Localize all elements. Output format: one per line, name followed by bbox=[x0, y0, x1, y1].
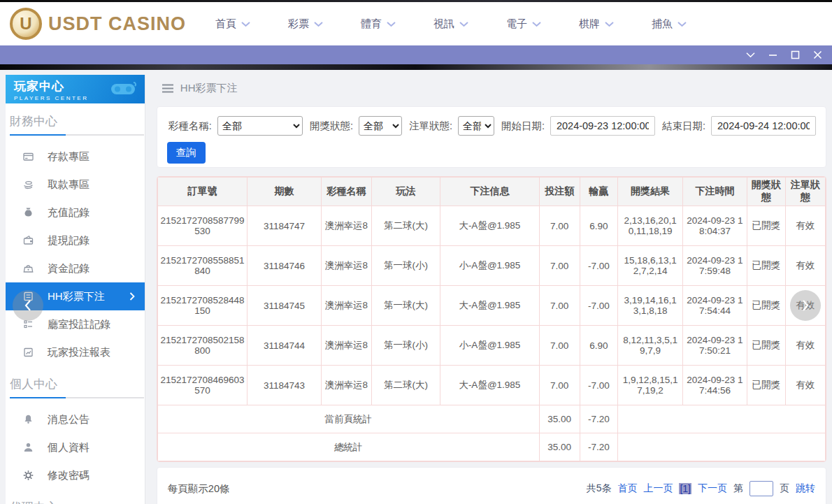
table-cell: 第一球(小) bbox=[371, 246, 440, 286]
prev-page-link[interactable]: 上一页 bbox=[643, 482, 673, 495]
minimize-button[interactable] bbox=[768, 50, 777, 59]
table-cell: 有效 bbox=[785, 246, 825, 286]
sidebar-item-announcements[interactable]: 消息公告 bbox=[6, 405, 145, 433]
summary-label: 總統計 bbox=[157, 433, 539, 461]
sidebar-item-label: 廳室投註記錄 bbox=[48, 318, 110, 331]
draw-status-select[interactable]: 全部 bbox=[359, 116, 402, 136]
nav-item-slots[interactable]: 電子 bbox=[506, 17, 541, 31]
sidebar-item-change-password[interactable]: 修改密碼 bbox=[6, 461, 145, 489]
total-count: 共5条 bbox=[587, 482, 612, 495]
grand-total-summary-row: 總統計 35.00 -7.20 bbox=[157, 433, 825, 461]
table-cell: 31184746 bbox=[248, 246, 321, 286]
table-cell: 已開獎 bbox=[747, 206, 785, 246]
collapse-chevron-icon[interactable] bbox=[746, 50, 755, 59]
lottery-name-select[interactable]: 全部 bbox=[217, 116, 303, 136]
table-cell: 6.90 bbox=[580, 326, 617, 366]
start-date-input[interactable] bbox=[550, 116, 655, 136]
table-cell: 已開獎 bbox=[747, 246, 785, 286]
sidebar-item-label: 個人資料 bbox=[48, 441, 89, 454]
maximize-button[interactable] bbox=[791, 50, 800, 59]
column-header: 下注信息 bbox=[440, 178, 539, 206]
first-page-link[interactable]: 首页 bbox=[617, 482, 637, 495]
sidebar-item-withdrawal-records[interactable]: 提現記錄 bbox=[6, 226, 145, 254]
table-cell: 第二球(大) bbox=[371, 366, 440, 405]
table-cell: 2024-09-23 17:54:44 bbox=[683, 286, 747, 326]
panel-expand-button[interactable] bbox=[790, 290, 821, 321]
table-cell: -7.00 bbox=[580, 366, 617, 405]
sidebar-item-funds-records[interactable]: 資金記錄 bbox=[6, 254, 145, 282]
table-cell: 2024-09-23 17:44:56 bbox=[683, 366, 747, 405]
end-date-input[interactable] bbox=[711, 116, 816, 136]
table-cell: 2024-09-23 17:59:48 bbox=[683, 246, 747, 286]
summary-winloss-total: -7.20 bbox=[580, 405, 617, 433]
table-cell: 31184743 bbox=[248, 366, 321, 405]
section-underline bbox=[10, 134, 144, 136]
table-cell: 澳洲幸运8 bbox=[321, 206, 371, 246]
sidebar-item-profile[interactable]: 個人資料 bbox=[6, 433, 145, 461]
summary-winloss-total: -7.20 bbox=[580, 433, 617, 461]
chevron-right-icon bbox=[129, 292, 135, 301]
table-cell: 第一球(小) bbox=[371, 326, 440, 366]
table-cell: 1,9,12,8,15,17,19,2 bbox=[617, 366, 682, 405]
table-cell: 7.00 bbox=[539, 206, 580, 246]
chevron-left-icon bbox=[24, 299, 32, 312]
sidebar-item-recharge-records[interactable]: 充值記錄 bbox=[6, 199, 145, 226]
page-jump-input[interactable] bbox=[749, 481, 773, 496]
window-divider-strip bbox=[0, 64, 832, 70]
chevron-down-icon bbox=[532, 21, 541, 27]
hamburger-menu-icon[interactable] bbox=[162, 84, 173, 93]
end-date-label: 結束日期: bbox=[662, 120, 705, 133]
table-cell: 3,19,14,16,13,1,8,18 bbox=[617, 286, 682, 326]
jump-prefix: 第 bbox=[733, 482, 743, 495]
table-cell: 小-A盤@1.985 bbox=[440, 246, 539, 286]
nav-item-sports[interactable]: 體育 bbox=[361, 17, 396, 31]
nav-item-home[interactable]: 首頁 bbox=[215, 17, 250, 31]
next-page-link[interactable]: 下一页 bbox=[698, 482, 727, 495]
nav-label: 電子 bbox=[506, 17, 527, 31]
table-row: 215217270850215880031184744澳洲幸运8第一球(小)小-… bbox=[157, 326, 825, 366]
table-cell: 大-A盤@1.985 bbox=[440, 286, 539, 326]
section-title-agent: 代理中心 bbox=[6, 489, 145, 504]
table-cell: 7.00 bbox=[539, 286, 580, 326]
table-cell: 2152172708528448150 bbox=[157, 286, 247, 326]
top-navigation-bar: U USDT CASINO 首頁 彩票 體育 視訊 電子 bbox=[0, 2, 832, 45]
nav-item-live-video[interactable]: 視訊 bbox=[433, 17, 468, 31]
nav-item-lottery[interactable]: 彩票 bbox=[288, 17, 323, 31]
table-row: 215217270846960357031184743澳洲幸运8第二球(大)大-… bbox=[157, 366, 825, 405]
table-cell: 7.00 bbox=[539, 246, 580, 286]
breadcrumb: HH彩票下注 bbox=[157, 70, 826, 106]
table-cell: 有效 bbox=[785, 366, 825, 405]
table-header-row: 訂單號 期數 彩種名稱 玩法 下注信息 投注額 輸贏 開獎結果 下注時間 開獎狀… bbox=[157, 178, 825, 206]
jump-button[interactable]: 跳转 bbox=[796, 482, 815, 495]
report-icon bbox=[22, 347, 34, 358]
chevron-down-icon bbox=[387, 21, 396, 27]
table-cell: 2024-09-23 17:50:21 bbox=[683, 326, 747, 366]
sidebar-collapse-button[interactable] bbox=[13, 290, 43, 321]
chevron-down-icon bbox=[459, 21, 468, 27]
coin-logo-icon: U bbox=[10, 8, 42, 40]
sidebar-item-deposit-zone[interactable]: 存款專區 bbox=[6, 143, 145, 171]
close-button[interactable] bbox=[813, 50, 822, 59]
sidebar-item-withdraw-zone[interactable]: 取款專區 bbox=[6, 171, 145, 199]
deposit-card-icon bbox=[22, 151, 34, 162]
chevron-down-icon bbox=[605, 21, 614, 27]
search-button[interactable]: 查詢 bbox=[167, 142, 206, 164]
sidebar: 玩家中心 PLAYERS CENTER 財務中心 存款專區 bbox=[0, 70, 151, 504]
nav-item-card-games[interactable]: 棋牌 bbox=[579, 17, 614, 31]
table-cell: 有效 bbox=[785, 326, 825, 366]
gear-icon bbox=[22, 470, 34, 481]
sidebar-item-label: 修改密碼 bbox=[48, 469, 89, 482]
bet-status-select[interactable]: 全部 bbox=[458, 116, 494, 136]
table-cell: 2152172708587799530 bbox=[157, 206, 247, 246]
table-cell: 已開獎 bbox=[747, 366, 785, 405]
column-header: 下注時間 bbox=[683, 178, 747, 206]
site-logo[interactable]: U USDT CASINO bbox=[10, 8, 186, 40]
chevron-down-icon bbox=[677, 21, 687, 27]
sidebar-item-player-bet-report[interactable]: 玩家投注報表 bbox=[6, 338, 145, 366]
summary-bet-total: 35.00 bbox=[539, 405, 580, 433]
current-page-summary-row: 當前頁統計 35.00 -7.20 bbox=[157, 405, 825, 433]
page-title: HH彩票下注 bbox=[180, 82, 238, 95]
sidebar-item-label: HH彩票下注 bbox=[48, 290, 105, 303]
summary-empty-cell bbox=[617, 405, 825, 433]
nav-item-fishing[interactable]: 捕魚 bbox=[652, 17, 687, 31]
